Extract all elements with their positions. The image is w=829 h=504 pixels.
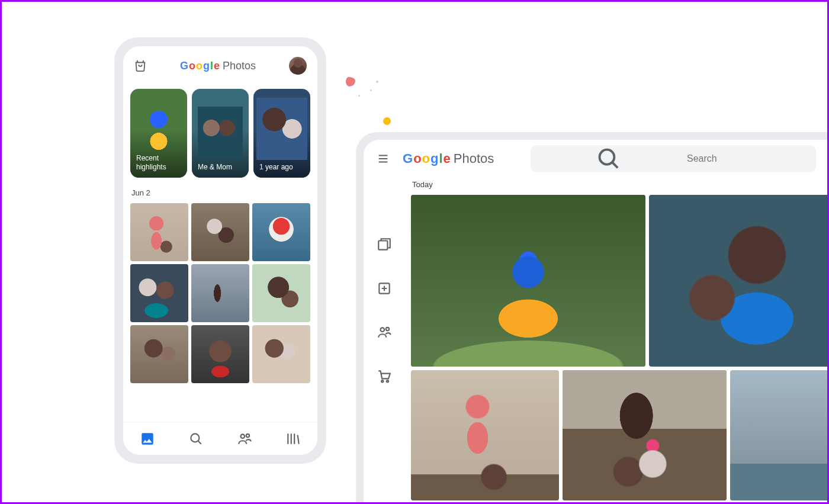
phone-bottom-nav [123, 422, 317, 455]
decorative-shape [346, 77, 355, 86]
search-bar[interactable] [531, 145, 816, 172]
memory-card[interactable]: Recent highlights [130, 89, 187, 178]
nav-library[interactable] [285, 431, 301, 447]
phone-content: Recent highlights Me & Mom 1 year ago Ju… [123, 82, 317, 422]
search-input[interactable] [686, 153, 806, 165]
logo-letter: G [180, 60, 188, 72]
desktop-header: G o o g l e Photos [364, 140, 829, 178]
svg-point-1 [241, 434, 245, 438]
svg-point-8 [381, 380, 383, 382]
photo-thumbnail[interactable] [730, 370, 829, 500]
decorative-shape [358, 95, 360, 97]
logo-letter: e [444, 151, 451, 166]
svg-point-2 [246, 434, 249, 436]
rail-photos[interactable] [377, 193, 392, 208]
logo-letter: o [196, 60, 203, 72]
marketing-viewport: G o o g l e Photos Recent highlights Me … [0, 0, 829, 504]
logo-letter: o [413, 151, 421, 166]
rail-print-store[interactable] [377, 368, 392, 384]
logo-letter: e [214, 60, 220, 72]
memory-label: Me & Mom [198, 163, 232, 172]
rail-sharing[interactable] [377, 325, 392, 340]
section-date-header: Today [411, 180, 829, 195]
svg-rect-4 [378, 241, 387, 250]
search-icon [188, 431, 204, 447]
memory-card[interactable]: Me & Mom [192, 89, 249, 178]
photos-icon [377, 193, 392, 208]
logo-letter: G [403, 151, 413, 166]
photo-thumbnail[interactable] [191, 264, 249, 322]
photos-icon [140, 431, 155, 447]
photo-thumbnail[interactable] [411, 370, 559, 500]
logo-letter: l [210, 60, 213, 72]
sharing-icon [237, 431, 252, 447]
photo-thumbnail[interactable] [252, 264, 310, 322]
logo-letter: g [203, 60, 210, 72]
nav-sharing[interactable] [237, 431, 252, 447]
decorative-shape [370, 89, 372, 91]
photo-thumbnail[interactable] [130, 264, 188, 322]
photo-thumbnail[interactable] [130, 325, 188, 383]
rail-explore[interactable] [377, 237, 392, 252]
photo-thumbnail[interactable] [252, 325, 310, 383]
photo-thumbnail[interactable] [252, 203, 310, 261]
svg-point-3 [600, 150, 615, 165]
desktop-nav-rail [364, 178, 405, 504]
section-date-header: Jun 2 [130, 188, 310, 203]
phone-screen: G o o g l e Photos Recent highlights Me … [123, 46, 317, 455]
logo-letter: l [439, 151, 442, 166]
photo-thumbnail[interactable] [649, 195, 829, 367]
app-logo: G o o g l e Photos [180, 60, 256, 72]
nav-search[interactable] [188, 431, 204, 447]
logo-word: Photos [454, 151, 494, 166]
rail-utilities[interactable] [377, 281, 392, 296]
phone-device-frame: G o o g l e Photos Recent highlights Me … [114, 37, 326, 464]
logo-letter: g [430, 151, 438, 166]
decorative-shape [376, 81, 378, 83]
memory-label: 1 year ago [259, 163, 293, 172]
search-icon [540, 145, 677, 172]
svg-point-0 [191, 434, 199, 442]
photo-grid [130, 203, 310, 383]
photo-thumbnail[interactable] [191, 325, 249, 383]
svg-point-7 [386, 328, 389, 330]
svg-point-9 [387, 380, 388, 382]
main-menu-button[interactable] [377, 152, 390, 165]
photo-grid [411, 195, 829, 500]
logo-word: Photos [223, 60, 256, 72]
library-icon [285, 431, 301, 447]
memory-card[interactable]: 1 year ago [253, 89, 310, 178]
sharing-icon [377, 325, 392, 340]
utilities-icon [377, 281, 392, 296]
nav-photos[interactable] [140, 431, 155, 447]
desktop-main: Today [405, 178, 829, 504]
print-store-icon[interactable] [134, 59, 147, 72]
print-store-icon [377, 368, 392, 384]
app-logo[interactable]: G o o g l e Photos [403, 151, 494, 166]
phone-header: G o o g l e Photos [123, 46, 317, 82]
photo-thumbnail[interactable] [130, 203, 188, 261]
svg-point-6 [381, 328, 385, 332]
photo-thumbnail[interactable] [563, 370, 727, 500]
account-avatar[interactable] [289, 57, 307, 75]
hamburger-icon [377, 152, 390, 165]
memories-carousel[interactable]: Recent highlights Me & Mom 1 year ago [130, 89, 310, 178]
explore-icon [377, 237, 392, 252]
memory-label: Recent highlights [136, 154, 181, 172]
photo-thumbnail[interactable] [411, 195, 645, 367]
desktop-screen: G o o g l e Photos [364, 140, 829, 504]
logo-letter: o [422, 151, 430, 166]
desktop-body: Today [364, 178, 829, 504]
desktop-device-frame: G o o g l e Photos [356, 132, 829, 504]
photo-thumbnail[interactable] [191, 203, 249, 261]
decorative-shape [383, 117, 391, 125]
logo-letter: o [189, 60, 195, 72]
